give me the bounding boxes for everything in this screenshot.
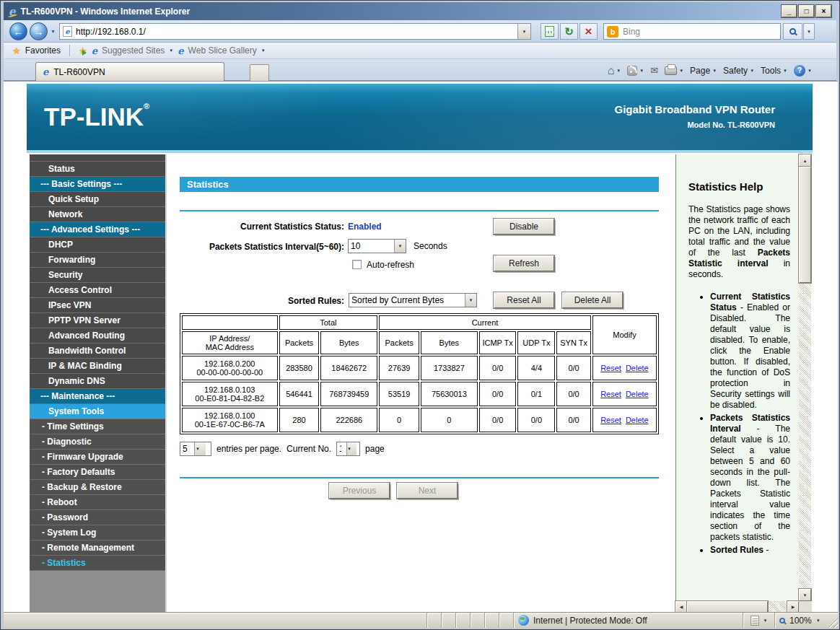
sidebar-item[interactable]: Bandwidth Control <box>30 344 165 359</box>
sidebar-item[interactable]: - Time Settings <box>30 419 165 434</box>
sidebar-item[interactable]: DHCP <box>30 237 165 253</box>
close-button[interactable]: × <box>816 5 831 17</box>
sidebar-item[interactable]: Security <box>30 268 165 283</box>
caret-down-icon[interactable]: ▼ <box>261 48 266 53</box>
sidebar-item[interactable]: System Tools <box>30 404 165 419</box>
caret-down-icon[interactable]: ▼ <box>169 48 173 53</box>
help-vertical-scrollbar[interactable]: ▲ ▼ <box>799 154 811 601</box>
sorted-rules-select[interactable]: Sorted by Current Bytes ▼ <box>349 293 477 307</box>
vertical-scroll-thumb[interactable] <box>799 167 811 283</box>
horizontal-scroll-thumb[interactable] <box>687 601 768 612</box>
compatibility-view-button[interactable] <box>541 23 559 40</box>
sidebar-item[interactable]: Network <box>30 207 165 222</box>
favorites-button[interactable]: Favorites <box>25 45 61 56</box>
refresh-page-button[interactable]: Refresh <box>494 255 554 271</box>
sidebar-item[interactable]: - System Log <box>30 525 165 541</box>
disable-button[interactable]: Disable <box>494 219 554 235</box>
delete-all-button[interactable]: Delete All <box>562 292 623 308</box>
sidebar-item[interactable]: Forwarding <box>30 253 165 268</box>
sidebar-item[interactable]: IP & MAC Binding <box>30 359 165 374</box>
address-dropdown-button[interactable]: ▼ <box>517 24 530 39</box>
title-bar: e TL-R600VPN - Windows Internet Explorer… <box>4 2 836 20</box>
tools-menu[interactable]: Tools▼ <box>761 66 787 76</box>
new-tab-button[interactable] <box>250 64 269 81</box>
sidebar-item[interactable]: --- Maintenance --- <box>30 389 165 404</box>
reset-link[interactable]: Reset <box>600 364 621 372</box>
sidebar-item[interactable]: - Diagnostic <box>30 434 165 450</box>
tp-link-logo: TP-LINK® <box>44 102 149 131</box>
interval-select[interactable]: 10 ▼ <box>348 239 406 253</box>
resize-grip[interactable] <box>826 616 838 628</box>
stop-button[interactable]: × <box>579 23 598 40</box>
next-button[interactable]: Next <box>397 483 458 499</box>
sidebar-item[interactable]: Advanced Routing <box>30 328 165 344</box>
refresh-button[interactable]: ↻ <box>560 23 578 40</box>
address-bar[interactable]: e http://192.168.0.1/ ▼ <box>59 23 531 40</box>
scroll-up-button[interactable]: ▲ <box>799 154 811 167</box>
forward-button[interactable]: → <box>30 22 48 40</box>
entries-per-page-select[interactable]: 5 ▼ <box>180 442 211 456</box>
read-mail-button[interactable]: ✉ <box>650 65 658 76</box>
sidebar-item[interactable]: PPTP VPN Server <box>30 313 165 328</box>
auto-refresh-checkbox[interactable] <box>352 260 362 269</box>
sidebar-item[interactable]: Status <box>30 162 165 177</box>
sidebar-item-label: Quick Setup <box>48 194 99 204</box>
scroll-right-button[interactable]: ▶ <box>787 601 799 612</box>
sidebar-item[interactable]: IPsec VPN <box>30 298 165 313</box>
sidebar-item[interactable]: - Statistics <box>30 556 165 571</box>
back-button[interactable]: ← <box>9 22 27 40</box>
reset-link[interactable]: Reset <box>600 416 621 424</box>
reset-all-button[interactable]: Reset All <box>494 292 554 308</box>
total-packets-cell: 283580 <box>279 356 320 380</box>
favorites-star-icon: ★ <box>12 45 21 56</box>
sidebar-item[interactable]: - Factory Defaults <box>30 465 165 480</box>
sidebar-item[interactable]: - Password <box>30 510 165 525</box>
security-report-cell[interactable]: ▼ <box>743 613 774 628</box>
delete-link[interactable]: Delete <box>626 390 649 398</box>
page-number-select[interactable]: 1 ▼ <box>336 442 360 456</box>
home-button[interactable]: ⌂▼ <box>608 65 621 76</box>
sidebar-item[interactable]: Dynamic DNS <box>30 374 165 389</box>
tab-tl-r600vpn[interactable]: e TL-R600VPN <box>35 62 224 81</box>
search-button[interactable] <box>783 23 802 40</box>
help-horizontal-scrollbar[interactable]: ◀ ▶ <box>675 601 799 612</box>
feeds-button[interactable]: ▼ <box>627 66 644 76</box>
current-packets-cell: 53519 <box>379 382 419 406</box>
url-text[interactable]: http://192.168.0.1/ <box>76 27 146 37</box>
minimize-button[interactable]: _ <box>782 5 797 17</box>
maximize-button[interactable]: □ <box>799 5 814 17</box>
sidebar-item[interactable]: --- Advanced Settings --- <box>30 222 165 237</box>
add-favorite-icon[interactable]: ★ <box>79 45 87 56</box>
product-info: Gigabit Broadband VPN Router Model No. T… <box>614 103 775 129</box>
search-box[interactable]: b Bing <box>603 23 781 40</box>
sidebar-item[interactable]: --- Basic Settings --- <box>30 177 165 192</box>
page-menu[interactable]: Page▼ <box>690 66 717 76</box>
scroll-down-button[interactable]: ▼ <box>799 589 811 601</box>
zoom-control[interactable]: 100% ▼ <box>774 613 826 628</box>
page-viewport: TP-LINK® Gigabit Broadband VPN Router Mo… <box>4 81 838 612</box>
sidebar-item[interactable]: - Firmware Upgrade <box>30 450 165 465</box>
sidebar-item-label: - Statistics <box>42 558 86 568</box>
delete-link[interactable]: Delete <box>626 416 649 424</box>
safety-menu[interactable]: Safety▼ <box>723 66 754 76</box>
suggested-sites-button[interactable]: Suggested Sites <box>102 45 165 56</box>
search-options-caret[interactable]: ▼ <box>803 23 815 40</box>
print-button[interactable]: ▼ <box>665 66 683 75</box>
sidebar-item[interactable]: - Backup & Restore <box>30 480 165 495</box>
previous-button[interactable]: Previous <box>329 483 390 499</box>
web-slice-gallery-button[interactable]: Web Slice Gallery <box>188 45 257 56</box>
sidebar-item[interactable]: - Reboot <box>30 495 165 510</box>
reset-link[interactable]: Reset <box>600 390 621 398</box>
help-button[interactable]: ?▼ <box>794 65 812 76</box>
col-header: Packets <box>279 331 320 354</box>
recent-pages-caret[interactable]: ▼ <box>51 29 56 34</box>
scroll-left-button[interactable]: ◀ <box>675 601 687 612</box>
sidebar-item[interactable]: - Remote Management <box>30 541 165 556</box>
sidebar-item-label: Bandwidth Control <box>48 346 126 356</box>
search-placeholder[interactable]: Bing <box>623 27 640 37</box>
caret-down-icon: ▼ <box>807 30 811 34</box>
status-cell <box>455 613 470 628</box>
delete-link[interactable]: Delete <box>626 364 649 372</box>
sidebar-item[interactable]: Access Control <box>30 283 165 298</box>
sidebar-item[interactable]: Quick Setup <box>30 192 165 207</box>
